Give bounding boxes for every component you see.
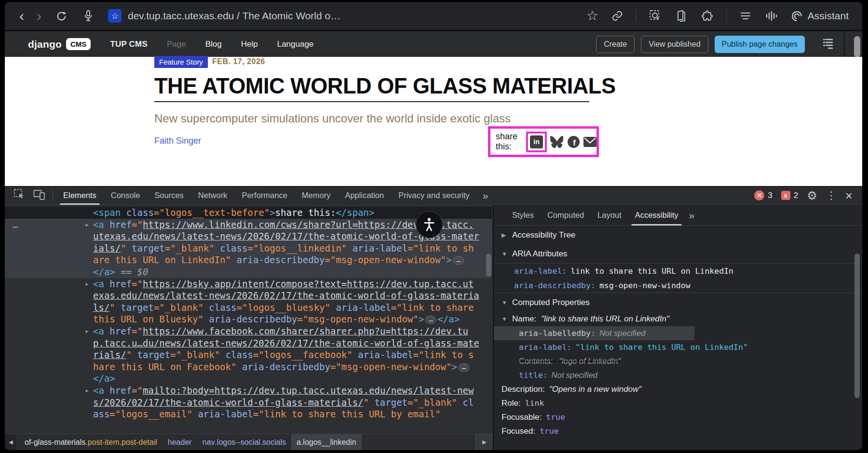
page-content: Feature Story FEB. 17, 2026 THE ATOMIC W… [5,57,862,186]
browser-window: ‹ › ☆ dev.tup.tacc.utexas.edu / The Atom… [5,2,862,450]
tab-layout[interactable]: Layout [591,205,628,226]
sidebar-tabbar: Styles Computed Layout Accessibility » [494,205,862,226]
reading-list-icon[interactable] [674,9,689,23]
author-link[interactable]: Faith Singer [154,136,201,146]
tab-computed[interactable]: Computed [541,205,591,226]
back-button[interactable]: ‹ [19,9,24,23]
expand-triangle-icon[interactable]: ▸ [85,219,89,231]
copy-link-icon[interactable] [610,9,624,23]
devtools-sidebar: Styles Computed Layout Accessibility » ▶… [494,205,862,450]
computed-source-row[interactable]: aria-labelledby:Not specified [494,326,694,340]
expanded-triangle-icon[interactable]: ▼ [502,316,507,322]
computed-source-row[interactable]: title:Not specified [494,368,862,382]
computed-property-row[interactable]: Role:link [494,396,862,410]
menu-help[interactable]: Help [241,40,258,49]
devtools-highlight-box: share this: in f [488,126,599,157]
breadcrumb-item[interactable]: nav.logos--social.socials [197,434,291,450]
linkedin-share-icon[interactable]: in [530,135,543,148]
sidebar-more-tabs-chevron[interactable]: » [685,210,694,221]
facebook-share-icon[interactable]: f [567,135,580,148]
accessibility-tree-section[interactable]: ▶ Accessibility Tree [494,226,862,244]
computed-property-row[interactable]: Description:"Opens in a new window" [494,382,862,396]
elements-scrollbar-thumb[interactable] [486,253,491,277]
toolbar-separator [636,10,637,22]
breadcrumb-scroll-right[interactable]: ▶ [475,434,493,450]
page-scrollbar-thumb[interactable] [854,36,860,57]
find-on-page-icon[interactable] [648,9,663,23]
expand-triangle-icon[interactable]: ▸ [85,385,89,397]
more-tabs-chevron[interactable]: » [477,190,494,201]
view-published-button[interactable]: View published [641,36,708,53]
tab-privacy-security[interactable]: Privacy and security [391,187,477,205]
aria-attributes-section[interactable]: ▼ ARIA Attributes [494,244,862,263]
audio-waveform-icon[interactable] [764,9,779,23]
issues-badge[interactable]: x 2 [781,191,798,200]
aria-attribute-row[interactable]: aria-describedby:msg-open-new-window [494,278,862,293]
email-share-icon[interactable] [583,137,597,147]
inspect-element-icon[interactable] [14,188,26,202]
forward-button[interactable]: › [37,9,41,23]
expanded-triangle-icon[interactable]: ▼ [502,251,507,257]
title-rule [154,101,589,102]
computed-source-row[interactable]: aria-label:"link to share this URL on Li… [494,340,862,354]
bookmark-star-icon[interactable]: ☆ [586,9,598,23]
expand-triangle-icon[interactable]: ▸ [85,325,89,337]
computed-properties-section[interactable]: ▼ Computed Properties [494,293,862,312]
breadcrumb-item[interactable]: of-glass-materials.post-item.post-detail [19,434,163,450]
publish-page-changes-button[interactable]: Publish page changes [715,36,805,53]
extensions-puzzle-icon[interactable] [700,9,715,23]
tab-styles[interactable]: Styles [505,205,541,226]
devtools-tabbar: Elements Console Sources Network Perform… [5,187,862,205]
aria-attribute-row[interactable]: aria-label:link to share this URL on Lin… [494,264,862,278]
tab-accessibility[interactable]: Accessibility [628,205,685,226]
collapsed-content-ellipsis[interactable]: … [459,363,469,372]
toolbar-sidebar-toggle-icon[interactable] [821,38,833,51]
menu-language[interactable]: Language [277,40,314,49]
tab-memory[interactable]: Memory [295,187,338,205]
tab-sources[interactable]: Sources [147,187,191,205]
breadcrumb-scroll-left[interactable]: ◀ [5,434,17,450]
console-error-badge[interactable]: ✕ 3 [754,190,772,200]
bluesky-share-icon[interactable] [550,136,564,148]
microphone-button[interactable] [81,9,95,23]
code-anchor-logos__facebook[interactable]: ▸<a href="https://www.facebook.com/share… [5,325,492,385]
computed-name-row[interactable]: ▼ Name: "link to share this URL on Linke… [494,312,862,326]
breadcrumb-item[interactable]: a.logos__linkedin [291,434,362,450]
devtools-kebab-menu-icon[interactable]: ⋮ [826,189,837,202]
collapsed-triangle-icon[interactable]: ▶ [502,232,507,239]
elements-tree-pane[interactable]: <span class="logos__text-before">share t… [5,205,493,450]
accessibility-person-button[interactable] [416,211,443,238]
sidebar-scrollbar-thumb[interactable] [854,253,860,398]
settings-gear-icon[interactable]: ⚙ [807,189,817,202]
computed-contents-row[interactable]: Contents: "logo of LinkedIn" [494,354,862,368]
device-toolbar-icon[interactable] [33,189,46,202]
code-anchor-logos__email[interactable]: ▸<a href="mailto:?body=https://dev.tup.t… [5,385,492,420]
assistant-button[interactable]: Assistant [790,10,849,23]
tab-performance[interactable]: Performance [234,187,294,205]
tab-console[interactable]: Console [104,187,148,205]
dom-tree[interactable]: <span class="logos__text-before">share t… [5,205,493,420]
devtools-close-icon[interactable]: × [845,189,853,202]
django-cms-logo[interactable]: django CMS [5,38,91,50]
collapsed-content-ellipsis[interactable]: … [453,256,464,265]
page-scrollbar-track[interactable] [844,31,862,57]
computed-property-row[interactable]: Focused:true [494,424,862,438]
article-subtitle: New supercomputer simulations uncover th… [154,112,511,125]
breadcrumb-item[interactable]: header [163,434,197,450]
menu-blog[interactable]: Blog [205,40,222,49]
share-this-label: share this: [496,132,522,152]
tab-network[interactable]: Network [191,187,235,205]
computed-property-row[interactable]: Focusable:true [494,410,862,424]
reload-button[interactable] [54,9,68,23]
create-button[interactable]: Create [596,36,635,53]
expand-triangle-icon[interactable]: ▸ [85,278,89,290]
svg-text:f: f [573,138,576,147]
menu-lines-icon[interactable] [738,9,753,23]
address-bar-url[interactable]: dev.tup.tacc.utexas.edu / The Atomic Wor… [128,10,340,22]
tab-application[interactable]: Application [338,187,391,205]
menu-tup-cms[interactable]: TUP CMS [110,40,148,49]
code-anchor-logos__bluesky[interactable]: ▸<a href="https://bsky.app/intent/compos… [5,278,492,325]
expanded-triangle-icon[interactable]: ▼ [502,299,507,306]
collapsed-content-ellipsis[interactable]: … [425,316,436,324]
tab-elements[interactable]: Elements [56,187,104,205]
